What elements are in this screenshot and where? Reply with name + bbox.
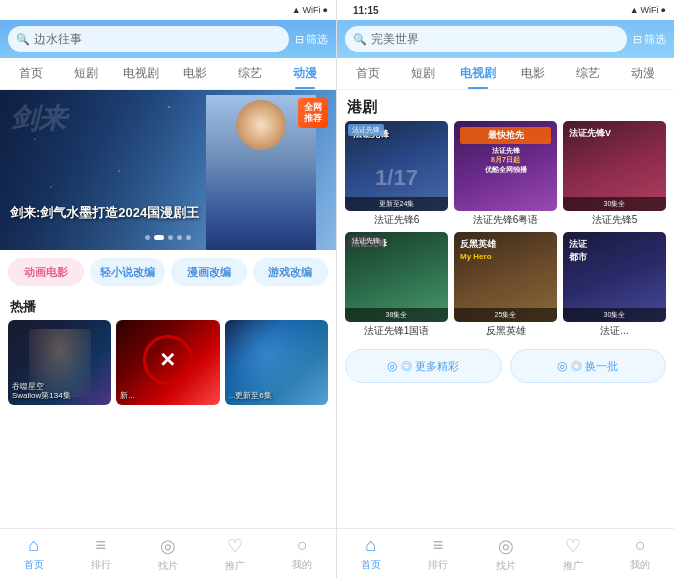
poster-item-4[interactable]: 法证先锋 法证先锋 38集全 法证先锋1国语 xyxy=(345,232,448,337)
tab-dianju-right[interactable]: 电视剧 xyxy=(451,58,506,89)
left-status-icons: ▲ WiFi ● xyxy=(292,5,328,15)
r-promote-icon: ♡ xyxy=(565,535,581,557)
poster-img-4: 法证先锋 法证先锋 38集全 xyxy=(345,232,448,322)
dot-3 xyxy=(168,235,173,240)
tab-dianying-right[interactable]: 电影 xyxy=(505,58,560,89)
r-wifi-icon: WiFi xyxy=(641,5,659,15)
dot-1 xyxy=(145,235,150,240)
more-content-button[interactable]: ◎ ◎ 更多精彩 xyxy=(345,349,502,383)
nav-promote-right[interactable]: ♡ 推广 xyxy=(539,529,606,578)
hot-grid: 吞噬星空Swallow第134集 ✕ 新... ...更新至6集 xyxy=(0,320,336,413)
pill-game[interactable]: 游戏改编 xyxy=(253,258,329,286)
poster-4-title: 法证先锋1国语 xyxy=(345,325,448,337)
nav-find-left[interactable]: ◎ 找片 xyxy=(134,529,201,578)
home-icon: ⌂ xyxy=(28,535,39,556)
tab-dianying-left[interactable]: 电影 xyxy=(168,58,223,89)
left-search-bar: 🔍 边水往事 ⊟ 筛选 xyxy=(0,20,336,58)
tab-duanju-right[interactable]: 短剧 xyxy=(396,58,451,89)
poster-6-update: 30集全 xyxy=(563,308,666,322)
nav-rank-right[interactable]: ≡ 排行 xyxy=(404,529,471,578)
signal-icon: ▲ xyxy=(292,5,301,15)
pill-manga[interactable]: 漫画改编 xyxy=(171,258,247,286)
hero-dots xyxy=(145,235,191,240)
nav-rank-left[interactable]: ≡ 排行 xyxy=(67,529,134,578)
dot-2[interactable] xyxy=(154,235,164,240)
nav-promote-left[interactable]: ♡ 推广 xyxy=(202,529,269,578)
left-hero-banner[interactable]: 剑来 全网 推荐 剑来:剑气水墨打造2024国漫剧王 xyxy=(0,90,336,250)
right-filter-button[interactable]: ⊟ 筛选 xyxy=(633,32,666,47)
filter-icon: ⊟ xyxy=(295,33,304,46)
right-search-text: 完美世界 xyxy=(371,31,419,48)
poster-img-1: 法证先锋 1/17 法证先锋 更新至24集 xyxy=(345,121,448,211)
battery-icon: ● xyxy=(323,5,328,15)
hot-card-1[interactable]: 吞噬星空Swallow第134集 xyxy=(8,320,111,405)
r-signal-icon: ▲ xyxy=(630,5,639,15)
right-status-icons: ▲ WiFi ● xyxy=(630,5,666,15)
left-search-text: 边水往事 xyxy=(34,31,82,48)
poster-item-2[interactable]: 最快抢先 法证先锋 8月7日起 优酷全网独播 法证先锋6粤语 xyxy=(454,121,557,226)
r-home-icon: ⌂ xyxy=(365,535,376,556)
poster-img-5: 反黑英雄My Hero 25集全 xyxy=(454,232,557,322)
swap-button[interactable]: ◎ ◎ 换一批 xyxy=(510,349,667,383)
category-pills: 动画电影 轻小说改编 漫画改编 游戏改编 xyxy=(0,250,336,292)
hot-card-3[interactable]: ...更新至6集 xyxy=(225,320,328,405)
poster-item-5[interactable]: 反黑英雄My Hero 25集全 反黑英雄 xyxy=(454,232,557,337)
more-buttons: ◎ ◎ 更多精彩 ◎ ◎ 换一批 xyxy=(337,343,674,389)
promote-icon: ♡ xyxy=(227,535,243,557)
right-tabs: 首页 短剧 电视剧 电影 综艺 动漫 xyxy=(337,58,674,90)
nav-home-left[interactable]: ⌂ 首页 xyxy=(0,529,67,578)
pill-anime[interactable]: 动画电影 xyxy=(8,258,84,286)
poster-img-2: 最快抢先 法证先锋 8月7日起 优酷全网独播 xyxy=(454,121,557,211)
right-bottom-nav: ⌂ 首页 ≡ 排行 ◎ 找片 ♡ 推广 ○ 我的 xyxy=(337,528,674,578)
left-status-bar: ▲ WiFi ● xyxy=(0,0,336,20)
nav-find-right[interactable]: ◎ 找片 xyxy=(472,529,539,578)
hot-section-title: 热播 xyxy=(0,292,336,320)
tab-shouye-right[interactable]: 首页 xyxy=(341,58,396,89)
more-content-icon: ◎ xyxy=(387,359,397,373)
find-icon: ◎ xyxy=(160,535,176,557)
hot-card-2[interactable]: ✕ 新... xyxy=(116,320,219,405)
poster-4-update: 38集全 xyxy=(345,308,448,322)
poster-3-update: 30集全 xyxy=(563,197,666,211)
r-battery-icon: ● xyxy=(661,5,666,15)
r-mine-icon: ○ xyxy=(635,535,646,556)
tab-zongyi-left[interactable]: 综艺 xyxy=(223,58,278,89)
pill-novel[interactable]: 轻小说改编 xyxy=(90,258,166,286)
hero-title: 剑来:剑气水墨打造2024国漫剧王 xyxy=(10,204,199,222)
search-icon: 🔍 xyxy=(16,33,30,46)
poster-5-title: 反黑英雄 xyxy=(454,325,557,337)
tab-duanju-left[interactable]: 短剧 xyxy=(59,58,114,89)
dot-5 xyxy=(186,235,191,240)
left-filter-button[interactable]: ⊟ 筛选 xyxy=(295,32,328,47)
left-search-input-wrap[interactable]: 🔍 边水往事 xyxy=(8,26,289,52)
r-find-icon: ◎ xyxy=(498,535,514,557)
right-status-bar: 11:15 ▲ WiFi ● xyxy=(337,0,674,20)
right-search-input-wrap[interactable]: 🔍 完美世界 xyxy=(345,26,627,52)
r-rank-icon: ≡ xyxy=(433,535,444,556)
tab-dongman-left[interactable]: 动漫 xyxy=(277,58,332,89)
left-panel: ▲ WiFi ● 🔍 边水往事 ⊟ 筛选 首页 短剧 电视剧 电影 综艺 动漫 xyxy=(0,0,337,578)
r-filter-icon: ⊟ xyxy=(633,33,642,46)
poster-item-6[interactable]: 法证都市 30集全 法证... xyxy=(563,232,666,337)
poster-item-3[interactable]: 法证先锋V 30集全 法证先锋5 xyxy=(563,121,666,226)
tab-zongyi-right[interactable]: 综艺 xyxy=(560,58,615,89)
right-section-title: 港剧 xyxy=(337,90,674,121)
poster-item-1[interactable]: 法证先锋 1/17 法证先锋 更新至24集 法证先锋6 xyxy=(345,121,448,226)
right-panel: 11:15 ▲ WiFi ● 🔍 完美世界 ⊟ 筛选 首页 短剧 电视剧 电影 … xyxy=(337,0,674,578)
nav-mine-left[interactable]: ○ 我的 xyxy=(269,529,336,578)
nav-home-right[interactable]: ⌂ 首页 xyxy=(337,529,404,578)
nav-mine-right[interactable]: ○ 我的 xyxy=(607,529,674,578)
hero-badge: 全网 推荐 xyxy=(298,98,328,128)
tab-dongman-right[interactable]: 动漫 xyxy=(615,58,670,89)
poster-5-update: 25集全 xyxy=(454,308,557,322)
poster-1-badge: 法证先锋 xyxy=(348,124,384,136)
poster-2-title: 法证先锋6粤语 xyxy=(454,214,557,226)
hot-card-2-label: 新... xyxy=(120,391,215,401)
tab-shouye-left[interactable]: 首页 xyxy=(4,58,59,89)
swap-icon: ◎ xyxy=(557,359,567,373)
tab-dianju-left[interactable]: 电视剧 xyxy=(113,58,168,89)
poster-6-title: 法证... xyxy=(563,325,666,337)
mine-icon: ○ xyxy=(297,535,308,556)
right-scroll-area: 港剧 法证先锋 1/17 法证先锋 更新至24集 法证先锋6 xyxy=(337,90,674,528)
poster-grid: 法证先锋 1/17 法证先锋 更新至24集 法证先锋6 最快抢先 法证先锋 8月… xyxy=(337,121,674,343)
